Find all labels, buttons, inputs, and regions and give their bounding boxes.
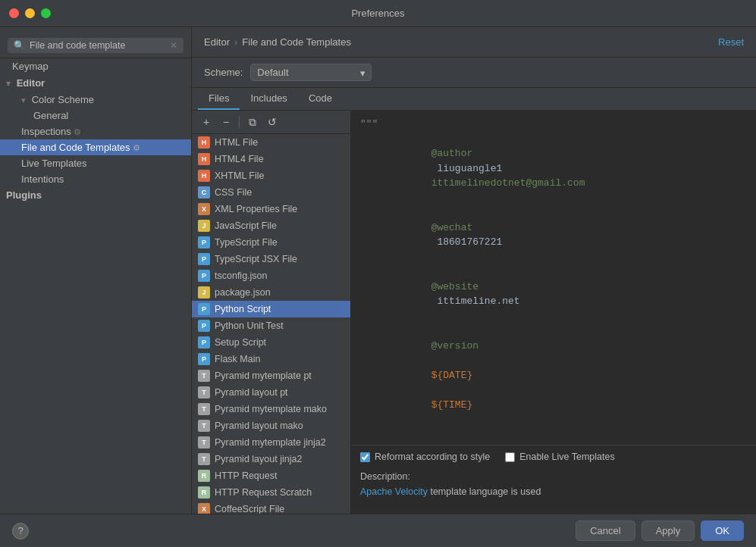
sidebar-item-general[interactable]: General (0, 108, 191, 123)
live-templates-checkbox-label[interactable]: Enable Live Templates (505, 452, 615, 462)
minimize-button[interactable] (25, 8, 35, 18)
live-templates-checkbox[interactable] (505, 452, 515, 462)
file-item-typescript-file[interactable]: PTypeScript File (192, 234, 350, 251)
file-item-http-request-scratch[interactable]: RHTTP Request Scratch (192, 484, 350, 501)
search-icon: 🔍 (14, 40, 25, 51)
file-icon-pyramid-layout-pt: T (198, 386, 210, 399)
copy-template-button[interactable]: ⧉ (244, 114, 261, 130)
file-item-pyramid-layout-mako[interactable]: TPyramid layout mako (192, 417, 350, 434)
clear-search-icon[interactable]: ✕ (170, 40, 177, 51)
action-buttons: Cancel Apply OK (576, 520, 744, 541)
file-item-pyramid-mytemplate-jinja2[interactable]: TPyramid mytemplate jinja2 (192, 434, 350, 451)
settings-search-input[interactable] (30, 40, 143, 51)
file-icon-css-file: C (198, 186, 210, 198)
tab-includes[interactable]: Includes (240, 88, 297, 110)
code-line-5: @version ${DATE} ${TIME} (360, 324, 747, 427)
sidebar-item-inspections[interactable]: Inspections ⚙ (0, 123, 191, 139)
file-list-toolbar: + − ⧉ ↺ (192, 111, 350, 134)
title-bar: Preferences (0, 0, 756, 27)
sidebar: 🔍 ✕ Keymap ▾ Editor ▾ Color Scheme Gener… (0, 27, 192, 514)
file-item-pyramid-mytemplate-mako[interactable]: TPyramid mytemplate mako (192, 401, 350, 417)
code-line-2: @author liuguangle1 ittimelinedotnet@gma… (360, 132, 747, 206)
scheme-select[interactable]: Default Project (250, 64, 372, 81)
description-content: Apache Velocity template language is use… (351, 483, 756, 514)
add-template-button[interactable]: + (198, 114, 215, 130)
file-item-css-file[interactable]: CCSS File (192, 184, 350, 201)
options-row: Reformat according to style Enable Live … (351, 445, 756, 468)
traffic-lights (9, 8, 51, 18)
sidebar-item-keymap[interactable]: Keymap (0, 58, 191, 74)
file-item-pyramid-mytemplate-pt[interactable]: TPyramid mytemplate pt (192, 367, 350, 384)
sidebar-item-intentions[interactable]: Intentions (0, 171, 191, 187)
reset-button[interactable]: Reset (718, 36, 744, 48)
close-button[interactable] (9, 8, 19, 18)
file-item-tsconfig-json[interactable]: Ptsconfig.json (192, 267, 350, 284)
file-icon-package-json: J (198, 286, 210, 299)
file-icon-python-unit-test: P (198, 320, 210, 332)
file-item-http-request[interactable]: RHTTP Request (192, 467, 350, 484)
file-icon-html-file: H (198, 136, 210, 148)
tab-code[interactable]: Code (298, 88, 343, 110)
file-item-xhtml-file[interactable]: HXHTML File (192, 167, 350, 184)
reformat-checkbox-label[interactable]: Reformat according to style (360, 452, 490, 462)
help-button[interactable]: ? (12, 523, 29, 539)
reformat-checkbox[interactable] (360, 452, 370, 462)
apply-button[interactable]: Apply (642, 520, 695, 541)
file-icon-xml-properties: X (198, 203, 210, 215)
ok-button[interactable]: OK (701, 520, 744, 541)
file-item-setup-script[interactable]: PSetup Script (192, 334, 350, 351)
file-icon-pyramid-layout-mako: T (198, 420, 210, 432)
window-title: Preferences (351, 8, 404, 19)
file-item-package-json[interactable]: Jpackage.json (192, 284, 350, 301)
file-item-coffeescript-file[interactable]: XCoffeeScript File (192, 501, 350, 514)
tab-files[interactable]: Files (198, 88, 240, 110)
file-icon-xhtml-file: H (198, 170, 210, 182)
main-layout: 🔍 ✕ Keymap ▾ Editor ▾ Color Scheme Gener… (0, 27, 756, 514)
middle-section: + − ⧉ ↺ HHTML FileHHTML4 FileHXHTML File… (192, 111, 756, 514)
settings-icon: ⚙ (74, 127, 81, 136)
scheme-select-wrapper: Default Project (250, 64, 372, 81)
sidebar-item-editor[interactable]: ▾ Editor (0, 74, 191, 92)
sidebar-item-color-scheme[interactable]: ▾ Color Scheme (0, 92, 191, 108)
file-icon-setup-script: P (198, 336, 210, 349)
maximize-button[interactable] (41, 8, 51, 18)
code-line-3: @wechat 18601767221 (360, 205, 747, 264)
file-item-pyramid-layout-pt[interactable]: TPyramid layout pt (192, 384, 350, 401)
file-item-html4-file[interactable]: HHTML4 File (192, 151, 350, 167)
file-icon-http-request-scratch: R (198, 486, 210, 499)
tabs-row: Files Includes Code (192, 88, 756, 111)
cancel-button[interactable]: Cancel (576, 520, 635, 541)
bottom-bar: ? Cancel Apply OK (0, 514, 756, 547)
apache-velocity-link[interactable]: Apache Velocity (360, 486, 428, 497)
sidebar-item-plugins[interactable]: Plugins (0, 187, 191, 203)
code-editor[interactable]: """ @author liuguangle1 ittimelinedotnet… (351, 111, 756, 445)
file-item-typescript-jsx[interactable]: PTypeScript JSX File (192, 251, 350, 267)
file-item-javascript-file[interactable]: JJavaScript File (192, 217, 350, 234)
scheme-row: Scheme: Default Project (192, 58, 756, 88)
scheme-label: Scheme: (204, 67, 243, 78)
file-icon-pyramid-mytemplate-pt: T (198, 370, 210, 382)
file-icon-pyramid-mytemplate-jinja2: T (198, 436, 210, 449)
file-item-xml-properties[interactable]: XXML Properties File (192, 201, 350, 217)
description-row: Description: (351, 468, 756, 483)
file-list: HHTML FileHHTML4 FileHXHTML FileCCSS Fil… (192, 134, 350, 514)
editor-panel: """ @author liuguangle1 ittimelinedotnet… (351, 111, 756, 514)
code-line-6: @since python3.8 (360, 427, 747, 445)
file-icon-typescript-file: P (198, 236, 210, 248)
file-item-python-unit-test[interactable]: PPython Unit Test (192, 317, 350, 334)
remove-template-button[interactable]: − (218, 114, 234, 130)
code-line-1: """ (360, 117, 747, 132)
file-icon-http-request: R (198, 470, 210, 482)
file-icon-html4-file: H (198, 153, 210, 165)
file-item-python-script[interactable]: PPython Script (192, 301, 350, 317)
file-item-html-file[interactable]: HHTML File (192, 134, 350, 151)
file-icon-pyramid-mytemplate-mako: T (198, 403, 210, 415)
file-icon-flask-main: P (198, 353, 210, 365)
file-item-flask-main[interactable]: PFlask Main (192, 351, 350, 367)
sidebar-item-live-templates[interactable]: Live Templates (0, 155, 191, 171)
file-list-panel: + − ⧉ ↺ HHTML FileHHTML4 FileHXHTML File… (192, 111, 351, 514)
sidebar-item-file-code-templates[interactable]: File and Code Templates ⚙ (0, 139, 191, 155)
file-icon-javascript-file: J (198, 220, 210, 232)
file-item-pyramid-layout-jinja2[interactable]: TPyramid layout jinja2 (192, 451, 350, 467)
reset-template-button[interactable]: ↺ (264, 114, 281, 130)
